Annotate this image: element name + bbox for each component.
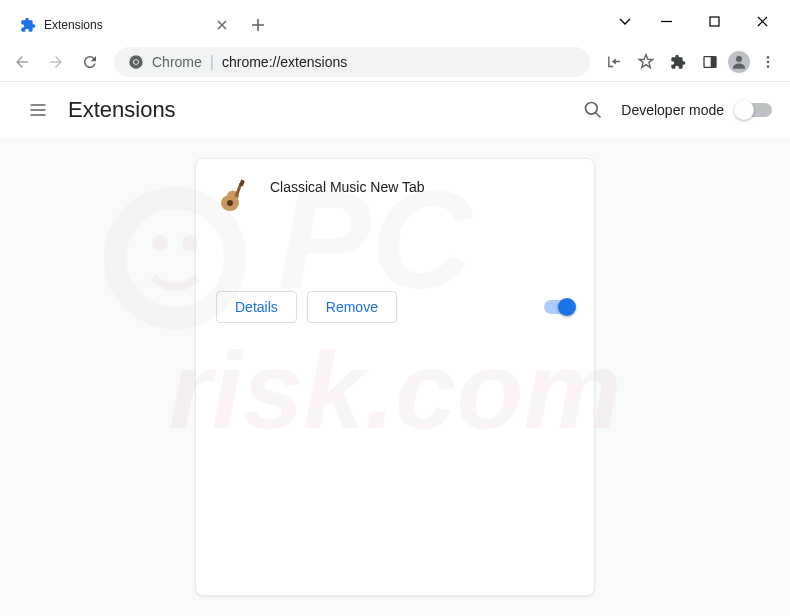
- sidepanel-icon[interactable]: [696, 48, 724, 76]
- window-titlebar: Extensions: [0, 0, 790, 42]
- close-tab-button[interactable]: [214, 17, 230, 33]
- hamburger-menu-button[interactable]: [18, 90, 58, 130]
- address-bar[interactable]: Chrome | chrome://extensions: [114, 47, 590, 77]
- minimize-button[interactable]: [644, 6, 688, 36]
- window-controls: [610, 0, 790, 42]
- svg-point-13: [227, 200, 233, 206]
- page-header: Extensions Developer mode: [0, 82, 790, 138]
- omnibox-url: chrome://extensions: [222, 54, 347, 70]
- developer-mode-toggle[interactable]: [736, 103, 772, 117]
- svg-rect-0: [710, 17, 719, 26]
- extensions-list: Classical Music New Tab Details Remove: [0, 138, 790, 616]
- browser-tab[interactable]: Extensions: [10, 8, 240, 42]
- guitar-icon: [216, 179, 252, 215]
- menu-icon[interactable]: [754, 48, 782, 76]
- bookmark-icon[interactable]: [632, 48, 660, 76]
- svg-rect-5: [711, 56, 716, 67]
- omnibox-prefix: Chrome: [152, 54, 202, 70]
- omnibox-divider: |: [210, 53, 214, 71]
- svg-point-3: [134, 60, 138, 64]
- toolbar-actions: [600, 48, 782, 76]
- back-button[interactable]: [8, 48, 36, 76]
- extensions-icon[interactable]: [664, 48, 692, 76]
- maximize-button[interactable]: [692, 6, 736, 36]
- chrome-icon: [128, 54, 144, 70]
- details-button[interactable]: Details: [216, 291, 297, 323]
- puzzle-icon: [20, 17, 36, 33]
- browser-toolbar: Chrome | chrome://extensions: [0, 42, 790, 82]
- svg-point-10: [586, 103, 598, 115]
- extension-card: Classical Music New Tab Details Remove: [195, 158, 595, 596]
- tab-title: Extensions: [44, 18, 206, 32]
- svg-point-7: [767, 56, 770, 59]
- profile-avatar[interactable]: [728, 51, 750, 73]
- developer-mode-label: Developer mode: [621, 102, 724, 118]
- search-button[interactable]: [573, 90, 613, 130]
- forward-button[interactable]: [42, 48, 70, 76]
- chevron-down-icon[interactable]: [610, 6, 640, 36]
- remove-button[interactable]: Remove: [307, 291, 397, 323]
- extension-card-header: Classical Music New Tab: [196, 159, 594, 279]
- extension-enable-toggle[interactable]: [544, 300, 574, 314]
- page-title: Extensions: [68, 97, 176, 123]
- extension-name: Classical Music New Tab: [270, 179, 425, 269]
- tab-strip: Extensions: [0, 0, 610, 42]
- extension-card-actions: Details Remove: [196, 279, 594, 339]
- share-icon[interactable]: [600, 48, 628, 76]
- svg-point-6: [736, 56, 742, 62]
- close-window-button[interactable]: [740, 6, 784, 36]
- svg-point-9: [767, 65, 770, 68]
- reload-button[interactable]: [76, 48, 104, 76]
- svg-point-8: [767, 60, 770, 63]
- new-tab-button[interactable]: [244, 11, 272, 39]
